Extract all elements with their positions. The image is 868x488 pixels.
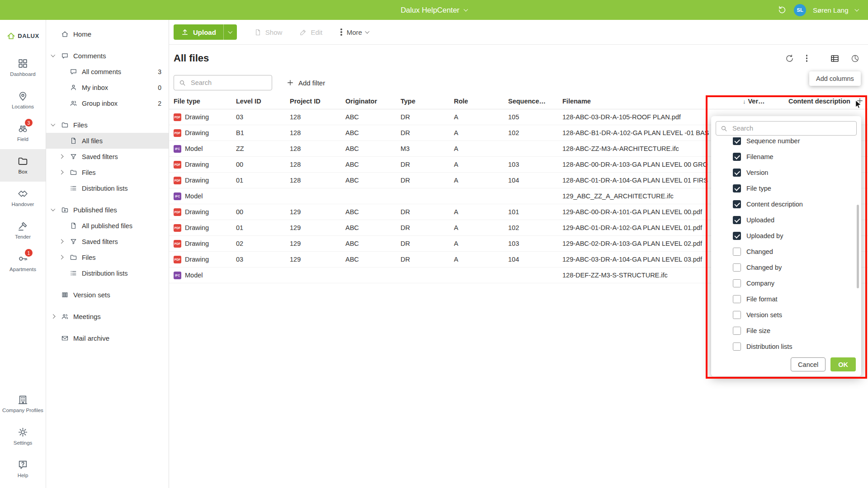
avatar[interactable]: SL — [794, 4, 806, 16]
checkbox[interactable] — [733, 216, 741, 224]
checkbox[interactable] — [733, 153, 741, 161]
refresh-icon[interactable] — [785, 54, 794, 63]
checkbox[interactable] — [733, 184, 741, 192]
checkbox[interactable] — [733, 263, 741, 272]
column-option[interactable]: Content description — [711, 196, 861, 212]
sidebar-group-meetings[interactable]: Meetings — [46, 309, 169, 324]
sidebar-item-distribution-lists[interactable]: Distribution lists — [46, 180, 169, 196]
more-button[interactable]: More — [340, 28, 368, 36]
col-project-id[interactable]: Project ID — [290, 98, 345, 105]
rail-item-company-profiles[interactable]: Company Profiles — [0, 388, 46, 420]
col-file-type[interactable]: File type — [174, 98, 236, 105]
sidebar-item-label: Files — [82, 169, 96, 176]
sidebar: Home Comments All comments 3 My inbox 0 … — [46, 20, 169, 488]
sidebar-item-files-folder[interactable]: Files — [46, 164, 169, 180]
checkbox[interactable] — [733, 137, 741, 145]
checkbox[interactable] — [733, 327, 741, 335]
sidebar-item-all-files[interactable]: All files — [46, 133, 169, 149]
sidebar-item-my-inbox[interactable]: My inbox 0 — [46, 80, 169, 95]
sidebar-item-version-sets[interactable]: Version sets — [46, 287, 169, 303]
rail-item-apartments[interactable]: 1 Apartments — [0, 247, 46, 279]
popup-search-input[interactable] — [731, 124, 852, 132]
col-role[interactable]: Role — [454, 98, 508, 105]
project-switcher[interactable]: Dalux HelpCenter — [401, 6, 467, 14]
checkbox[interactable] — [733, 169, 741, 177]
sidebar-item-group-inbox[interactable]: Group inbox 2 — [46, 95, 169, 111]
user-menu-chevron-icon[interactable] — [854, 7, 859, 11]
col-version[interactable]: ↓ Ver… — [743, 98, 788, 105]
ok-button[interactable]: OK — [830, 357, 856, 371]
chevron-right-icon[interactable] — [51, 314, 55, 319]
checkbox[interactable] — [733, 279, 741, 287]
column-option[interactable]: File type — [711, 180, 861, 196]
sidebar-item-all-comments[interactable]: All comments 3 — [46, 64, 169, 80]
column-option[interactable]: File size — [711, 323, 861, 338]
sidebar-item-published-distribution-lists[interactable]: Distribution lists — [46, 265, 169, 281]
sidebar-item-published-saved-filters[interactable]: Saved filters — [46, 234, 169, 249]
sidebar-group-published-files[interactable]: Published files — [46, 202, 169, 218]
chart-view-icon[interactable] — [850, 54, 860, 63]
column-option[interactable]: Sequence number — [711, 137, 861, 149]
sidebar-item-all-published-files[interactable]: All published files — [46, 218, 169, 234]
sidebar-item-home[interactable]: Home — [46, 26, 169, 42]
popup-scrollbar[interactable] — [857, 205, 859, 288]
sidebar-item-published-files-folder[interactable]: Files — [46, 249, 169, 265]
col-type[interactable]: Type — [401, 98, 454, 105]
column-option[interactable]: Uploaded — [711, 212, 861, 228]
checkbox[interactable] — [733, 295, 741, 303]
upload-dropdown-button[interactable] — [223, 24, 237, 40]
options-kebab-icon[interactable] — [805, 55, 809, 62]
add-filter-button[interactable]: Add filter — [287, 79, 325, 87]
chevron-right-icon[interactable] — [59, 155, 63, 159]
column-option[interactable]: Distribution lists — [711, 338, 861, 353]
sidebar-group-files[interactable]: Files — [46, 117, 169, 133]
column-option[interactable]: Company — [711, 275, 861, 291]
level-id-cell: B1 — [236, 129, 290, 136]
column-option[interactable]: Changed by — [711, 259, 861, 275]
sidebar-item-saved-filters[interactable]: Saved filters — [46, 149, 169, 164]
rail-item-dashboard[interactable]: Dashboard — [0, 52, 46, 84]
dalux-logo[interactable]: DALUX — [0, 20, 46, 52]
col-originator[interactable]: Originator — [345, 98, 401, 105]
type-cell: DR — [401, 129, 454, 136]
rail-item-locations[interactable]: Locations — [0, 84, 46, 117]
checkbox[interactable] — [733, 343, 741, 351]
popup-search-box[interactable] — [716, 121, 857, 136]
table-view-icon[interactable] — [830, 54, 840, 63]
rail-item-settings[interactable]: Settings — [0, 420, 46, 453]
chevron-down-icon[interactable] — [51, 53, 55, 57]
search-input[interactable] — [190, 79, 267, 87]
show-button[interactable]: Show — [254, 28, 283, 36]
version-sets-icon — [61, 291, 69, 299]
chevron-down-icon[interactable] — [51, 207, 55, 211]
chevron-down-icon[interactable] — [51, 122, 55, 126]
checkbox[interactable] — [733, 248, 741, 256]
search-box[interactable] — [174, 75, 272, 90]
chevron-right-icon[interactable] — [59, 239, 63, 244]
column-option[interactable]: Changed — [711, 244, 861, 259]
upload-split-button[interactable]: Upload — [174, 24, 237, 40]
sidebar-item-mail-archive[interactable]: Mail archive — [46, 330, 169, 346]
col-sequence[interactable]: Sequence… — [508, 98, 562, 105]
column-option[interactable]: Uploaded by — [711, 228, 861, 244]
checkbox[interactable] — [733, 311, 741, 319]
column-option[interactable]: File format — [711, 291, 861, 307]
sidebar-group-comments[interactable]: Comments — [46, 48, 169, 64]
col-filename[interactable]: Filename — [562, 98, 743, 105]
column-option[interactable]: Version sets — [711, 307, 861, 323]
chevron-right-icon[interactable] — [59, 255, 63, 259]
chevron-right-icon[interactable] — [59, 170, 63, 174]
rail-item-box[interactable]: Box — [0, 149, 46, 182]
rail-item-field[interactable]: 3 Field — [0, 117, 46, 149]
cancel-button[interactable]: Cancel — [791, 357, 826, 371]
column-option[interactable]: Filename — [711, 149, 861, 164]
checkbox[interactable] — [733, 200, 741, 208]
column-option[interactable]: Version — [711, 164, 861, 180]
rail-item-tender[interactable]: Tender — [0, 214, 46, 247]
checkbox[interactable] — [733, 232, 741, 240]
history-icon[interactable] — [777, 5, 787, 15]
rail-item-handover[interactable]: Handover — [0, 182, 46, 214]
edit-button[interactable]: Edit — [299, 28, 322, 36]
rail-item-help[interactable]: Help — [0, 453, 46, 485]
col-level-id[interactable]: Level ID — [236, 98, 290, 105]
